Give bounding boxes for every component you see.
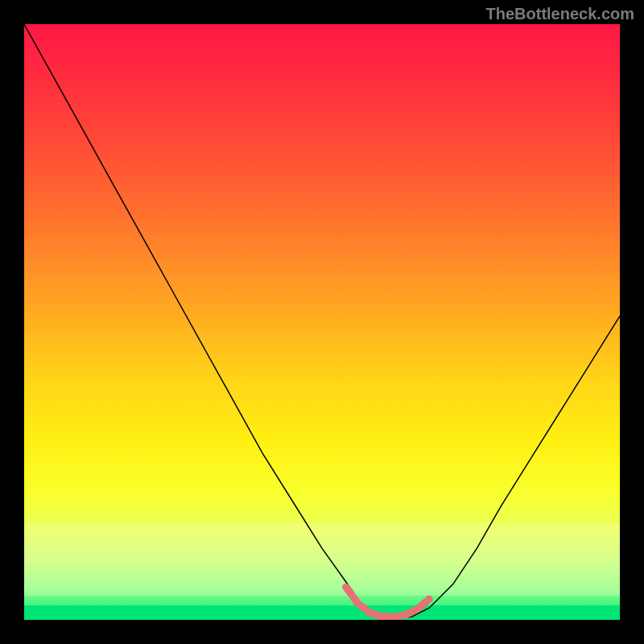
watermark-text: TheBottleneck.com: [486, 5, 634, 23]
chart-svg: [24, 24, 620, 620]
chart-area: [24, 24, 620, 620]
optimal-range-highlight: [346, 587, 430, 617]
bottleneck-curve: [24, 24, 620, 618]
